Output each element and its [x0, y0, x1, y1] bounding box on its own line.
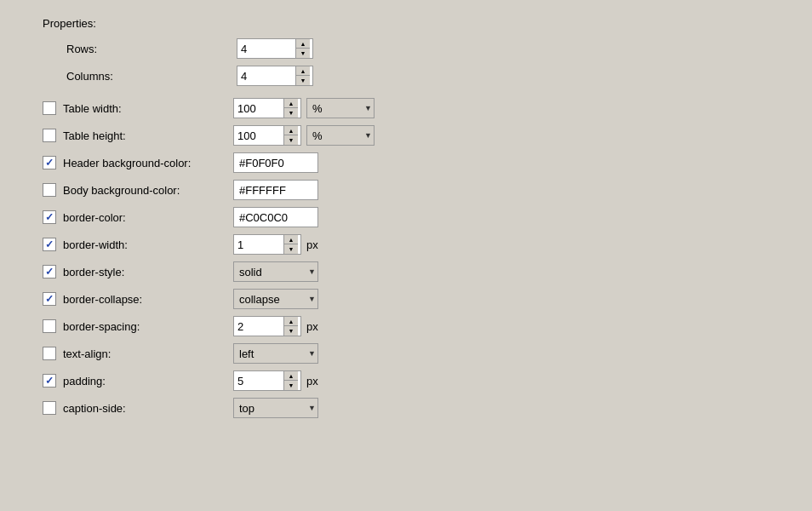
label-border-collapse: border-collapse:	[63, 293, 233, 306]
columns-down-arrow[interactable]: ▼	[296, 76, 310, 85]
up-arrow-border-width[interactable]: ▲	[284, 235, 298, 244]
unit-select-table-height[interactable]: %px	[307, 126, 374, 145]
checkbox-header-bg-color[interactable]: ✓	[43, 156, 56, 169]
color-input-body-bg-color[interactable]	[233, 180, 318, 200]
color-input-border-color[interactable]	[233, 207, 318, 227]
rows-up-arrow[interactable]: ▲	[296, 39, 310, 49]
up-arrow-table-height[interactable]: ▲	[284, 126, 298, 135]
arrows-border-spacing: ▲▼	[283, 317, 298, 336]
down-arrow-border-spacing[interactable]: ▼	[284, 326, 298, 336]
rows-spinner[interactable]: 4 ▲ ▼	[237, 38, 313, 59]
unit-padding: px	[306, 375, 318, 388]
properties-panel: Properties: Rows: 4 ▲ ▼ Columns: 4 ▲ ▼	[0, 0, 812, 511]
arrows-table-height: ▲▼	[283, 126, 298, 145]
arrows-padding: ▲▼	[283, 371, 298, 390]
select-text-align[interactable]: leftcenterright	[234, 344, 317, 363]
rows-down-arrow[interactable]: ▼	[296, 49, 310, 58]
up-arrow-padding[interactable]: ▲	[284, 371, 298, 381]
unit-dropdown-table-height[interactable]: %px▼	[306, 125, 375, 146]
up-arrow-border-spacing[interactable]: ▲	[284, 317, 298, 326]
checkmark-header-bg-color: ✓	[45, 157, 54, 169]
input-padding[interactable]	[234, 371, 283, 390]
label-text-align: text-align:	[63, 347, 233, 360]
unit-select-table-width[interactable]: %px	[307, 99, 374, 118]
rows-input[interactable]: 4	[237, 39, 295, 58]
property-row-table-height: Table height:▲▼%px▼	[34, 125, 778, 146]
checkmark-border-color: ✓	[45, 211, 54, 223]
spinner-border-width[interactable]: ▲▼	[233, 234, 301, 255]
label-border-spacing: border-spacing:	[63, 320, 233, 333]
select-border-style[interactable]: soliddasheddottednone	[234, 262, 317, 281]
dropdown-caption-side[interactable]: topbottom▼	[233, 398, 318, 418]
property-row-border-spacing: border-spacing:▲▼px	[34, 316, 778, 336]
checkbox-text-align[interactable]	[43, 347, 56, 360]
checkbox-padding[interactable]: ✓	[43, 374, 56, 388]
property-row-header-bg-color: ✓Header background-color:	[34, 152, 778, 173]
checkmark-border-style: ✓	[45, 266, 54, 278]
arrows-table-width: ▲▼	[283, 99, 298, 118]
label-header-bg-color: Header background-color:	[63, 157, 233, 169]
rows-arrows: ▲ ▼	[295, 39, 310, 58]
checkbox-table-width[interactable]	[43, 101, 56, 115]
columns-arrows: ▲ ▼	[295, 66, 310, 85]
label-table-width: Table width:	[63, 102, 233, 115]
checkbox-caption-side[interactable]	[43, 401, 56, 415]
label-border-color: border-color:	[63, 211, 233, 224]
checkbox-border-style[interactable]: ✓	[43, 265, 56, 278]
up-arrow-table-width[interactable]: ▲	[284, 99, 298, 108]
input-table-height[interactable]	[234, 126, 283, 145]
input-table-width[interactable]	[234, 99, 283, 118]
color-input-header-bg-color[interactable]	[233, 152, 318, 173]
down-arrow-table-width[interactable]: ▼	[284, 108, 298, 118]
dropdown-border-style[interactable]: soliddasheddottednone▼	[233, 261, 318, 282]
property-row-border-style: ✓border-style:soliddasheddottednone▼	[34, 261, 778, 282]
label-border-style: border-style:	[63, 266, 233, 278]
spinner-padding[interactable]: ▲▼	[233, 370, 301, 391]
input-border-spacing[interactable]	[234, 317, 283, 336]
rows-label: Rows:	[66, 43, 237, 55]
property-row-body-bg-color: Body background-color:	[34, 180, 778, 200]
section-title: Properties:	[34, 17, 778, 30]
unit-border-width: px	[306, 238, 318, 251]
spinner-border-spacing[interactable]: ▲▼	[233, 316, 301, 336]
label-table-height: Table height:	[63, 129, 233, 142]
down-arrow-table-height[interactable]: ▼	[284, 135, 298, 145]
property-row-border-width: ✓border-width:▲▼px	[34, 234, 778, 255]
checkbox-body-bg-color[interactable]	[43, 183, 56, 197]
unit-dropdown-table-width[interactable]: %px▼	[306, 98, 375, 118]
down-arrow-padding[interactable]: ▼	[284, 381, 298, 390]
checkmark-border-width: ✓	[45, 238, 54, 250]
properties-list: Table width:▲▼%px▼Table height:▲▼%px▼✓He…	[34, 98, 778, 418]
checkbox-table-height[interactable]	[43, 129, 56, 142]
property-row-table-width: Table width:▲▼%px▼	[34, 98, 778, 118]
columns-up-arrow[interactable]: ▲	[296, 66, 310, 76]
checkbox-border-spacing[interactable]	[43, 319, 56, 333]
property-row-text-align: text-align:leftcenterright▼	[34, 343, 778, 364]
checkbox-border-width[interactable]: ✓	[43, 238, 56, 251]
spinner-table-width[interactable]: ▲▼	[233, 98, 301, 118]
checkbox-border-color[interactable]: ✓	[43, 210, 56, 224]
down-arrow-border-width[interactable]: ▼	[284, 244, 298, 254]
label-border-width: border-width:	[63, 238, 233, 251]
property-row-caption-side: caption-side:topbottom▼	[34, 398, 778, 418]
select-border-collapse[interactable]: collapseseparate	[234, 290, 317, 308]
input-border-width[interactable]	[234, 235, 283, 254]
checkbox-border-collapse[interactable]: ✓	[43, 292, 56, 306]
rows-row: Rows: 4 ▲ ▼	[34, 38, 778, 59]
label-body-bg-color: Body background-color:	[63, 184, 233, 197]
label-padding: padding:	[63, 375, 233, 388]
arrows-border-width: ▲▼	[283, 235, 298, 254]
checkmark-border-collapse: ✓	[45, 293, 54, 305]
property-row-border-collapse: ✓border-collapse:collapseseparate▼	[34, 289, 778, 309]
columns-input[interactable]: 4	[237, 66, 295, 85]
dropdown-border-collapse[interactable]: collapseseparate▼	[233, 289, 318, 309]
columns-spinner[interactable]: 4 ▲ ▼	[237, 66, 313, 86]
spinner-table-height[interactable]: ▲▼	[233, 125, 301, 146]
unit-border-spacing: px	[306, 320, 318, 333]
dropdown-text-align[interactable]: leftcenterright▼	[233, 343, 318, 364]
property-row-border-color: ✓border-color:	[34, 207, 778, 227]
columns-label: Columns:	[66, 70, 237, 83]
columns-row: Columns: 4 ▲ ▼	[34, 66, 778, 86]
checkmark-padding: ✓	[45, 375, 54, 387]
select-caption-side[interactable]: topbottom	[234, 399, 317, 417]
